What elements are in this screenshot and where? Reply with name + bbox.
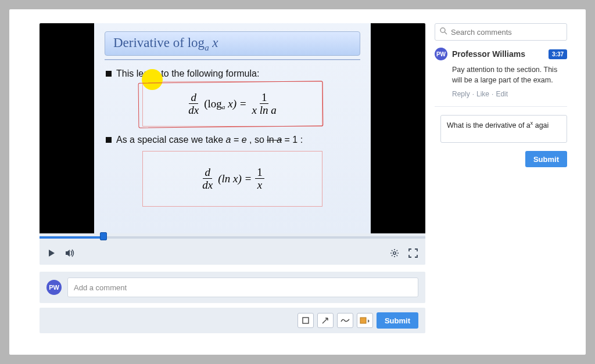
volume-icon[interactable] [65,248,76,258]
eq2-d-top: d [203,167,212,179]
edit-link[interactable]: Edit [496,90,508,98]
avatar: PW [435,48,447,60]
comment-item: PW Professor Williams 3:37 Pay attention… [435,48,567,107]
play-icon[interactable] [46,248,57,258]
eq2-rhs-frac: 1 x [255,167,264,190]
equation-box-1: d dx (loga x) = 1 x ln a [142,81,322,127]
reply-input[interactable]: What is the derivative of ax agai [440,115,567,143]
equation-2: d dx (ln x) = 1 x [200,167,264,190]
slide-title-text: Derivative of log [113,35,205,50]
slide-title: Derivative of loga x [113,35,352,53]
b2-ln: ln a [267,135,282,145]
letterbox-left [52,23,94,233]
tool-color-picker[interactable] [357,313,373,328]
eq1-d-bot: dx [187,104,200,116]
comment-header: PW Professor Williams 3:37 [435,48,567,60]
gear-icon[interactable] [389,248,400,258]
sep: · [472,90,474,98]
comment-body: Pay attention to the section. This will … [452,65,567,85]
reply-submit-row: Submit [435,151,567,167]
b2-pre: As a special case we take [116,135,226,145]
slide-title-sub: a [205,43,209,52]
b2-e: e [242,135,247,145]
reply-link[interactable]: Reply [452,90,470,98]
eq1-rhs-top: 1 [260,92,269,104]
b2-ln-txt: ln [267,135,274,145]
equation-box-2: d dx (ln x) = 1 x [142,151,322,207]
timestamp-badge[interactable]: 3:37 [549,49,567,59]
tool-arrow[interactable] [317,313,334,328]
comments-sidebar: PW Professor Williams 3:37 Pay attention… [435,23,567,345]
comment-composer: PW [40,272,425,303]
progress-thumb[interactable] [100,232,107,240]
annotation-toolbar: Submit [40,308,425,333]
svg-point-3 [440,28,445,33]
eq1-mid: (loga x) = [204,98,246,110]
reply-post: agai [533,121,549,129]
app-frame: Derivative of loga x This leads to the f… [9,9,586,355]
tool-rectangle[interactable] [298,313,314,328]
player-controls [40,242,425,265]
b2-so: , so [247,135,267,145]
eq1-d-top: d [189,92,198,104]
comment-actions: Reply·Like·Edit [452,90,567,98]
lecture-slide: Derivative of loga x This leads to the f… [94,23,371,233]
bullet-2: As a special case we take a = e , so ln … [106,135,371,145]
bullet-2-text: As a special case we take a = e , so ln … [116,135,303,145]
search-icon [440,27,447,37]
b2-after: = 1 : [282,135,303,145]
eq2-mid: (ln x) = [218,172,252,185]
equation-1: d dx (loga x) = 1 x ln a [187,92,278,116]
svg-point-0 [393,252,396,254]
letterbox-right [371,23,413,233]
slide-title-box: Derivative of loga x [105,31,360,56]
progress-fill [40,236,104,239]
sep: · [492,90,493,98]
submit-button[interactable]: Submit [377,312,418,329]
eq2-d-bot: dx [200,179,214,190]
comment-input[interactable] [67,277,418,297]
eq1-mid-post: x) = [225,98,246,110]
like-link[interactable]: Like [476,90,489,98]
avatar: PW [46,280,62,295]
eq1-rhs-frac: 1 x ln a [250,92,278,116]
left-column: Derivative of loga x This leads to the f… [40,23,425,345]
tool-freehand[interactable] [337,313,353,328]
b2-eq1: = [231,135,241,145]
bullet-1-text: This leads to the following formula: [116,69,259,79]
svg-rect-2 [360,318,366,323]
fullscreen-icon[interactable] [408,248,418,258]
slide-title-x: x [212,35,218,50]
eq1-rhs-bot: x ln a [250,104,278,116]
search-input[interactable] [451,28,562,37]
reply-pre: What is the derivative of a [447,121,531,129]
title-underline [105,59,360,60]
comment-author: Professor Williams [452,49,544,59]
eq2-rhs-bot: x [256,179,264,190]
bullet-icon [106,137,112,143]
video-player: Derivative of loga x This leads to the f… [40,23,425,265]
highlight-cursor [142,69,163,90]
eq1-lhs-frac: d dx [187,92,200,116]
eq2-lhs-frac: d dx [200,167,214,190]
svg-rect-1 [303,318,309,323]
eq2-rhs-top: 1 [255,167,264,179]
eq1-mid-pre: (log [204,98,222,110]
submit-button[interactable]: Submit [525,151,567,167]
video-stage[interactable]: Derivative of loga x This leads to the f… [40,23,425,233]
bullet-icon [106,71,112,77]
progress-bar[interactable] [40,233,425,242]
search-comments[interactable] [435,23,567,41]
b2-a2: a [277,135,282,145]
